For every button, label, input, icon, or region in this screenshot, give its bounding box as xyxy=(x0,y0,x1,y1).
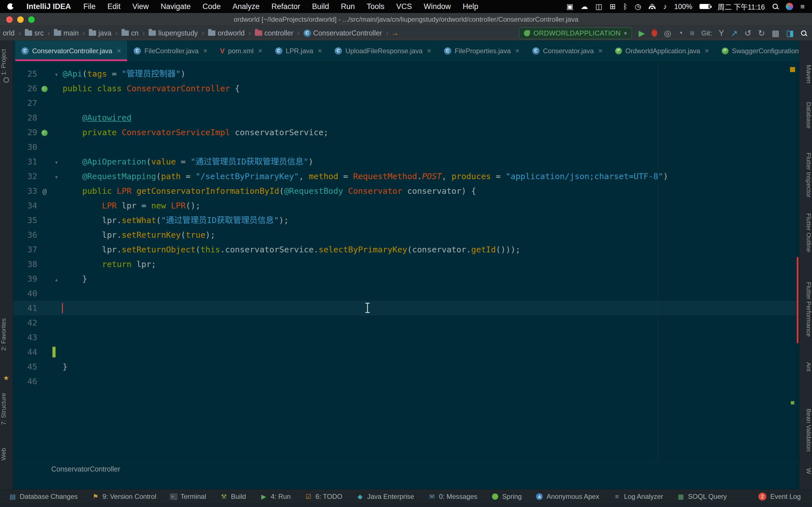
volume-icon[interactable]: ♪ xyxy=(663,2,667,11)
menu-item[interactable]: Run xyxy=(338,2,358,11)
code-line[interactable]: 29 private ConservatorServiceImpl conser… xyxy=(13,125,799,140)
tool-stripe-button[interactable]: Maven xyxy=(799,65,812,83)
stop-button[interactable]: ■ xyxy=(690,29,695,38)
app-menu[interactable]: IntelliJ IDEA xyxy=(23,2,74,11)
run-configuration-selector[interactable]: ORDWORLDAPPLICATION ▾ xyxy=(519,27,632,39)
code-line[interactable]: 43 xyxy=(13,330,799,345)
breadcrumb-item[interactable]: cn xyxy=(120,29,140,38)
code-line[interactable]: 25▾@Api(tags = "管理员控制器") xyxy=(13,66,799,81)
tool-stripe-button[interactable]: Database xyxy=(799,102,812,128)
code-line[interactable]: 33@ public LPR getConservatorInformation… xyxy=(13,184,799,198)
tool-window-button[interactable]: ⚒Build xyxy=(220,493,246,501)
menu-item[interactable]: File xyxy=(80,2,99,11)
tool-window-button[interactable]: ◆Java Enterprise xyxy=(356,493,414,501)
tool-stripe-button[interactable]: 7: Structure xyxy=(0,393,13,425)
code-line[interactable]: 32▾ @RequestMapping(path = "/selectByPri… xyxy=(13,169,799,184)
tool-window-button[interactable]: ⚑9: Version Control xyxy=(91,493,156,501)
editor-tab[interactable]: Vpom.xml× xyxy=(214,41,269,61)
code-line[interactable]: 31▾ @ApiOperation(value = "通过管理员ID获取管理员信… xyxy=(13,154,799,169)
fold-marker-icon[interactable]: ▾ xyxy=(54,159,58,166)
tool-window-button[interactable]: ▤Database Changes xyxy=(8,493,78,501)
grid-view-icon[interactable]: ▦ xyxy=(772,29,779,38)
search-everywhere-icon[interactable] xyxy=(801,30,807,36)
git-update-icon[interactable]: ↻ xyxy=(758,29,765,38)
menu-item[interactable]: Refactor xyxy=(268,2,304,11)
error-stripe-mark[interactable] xyxy=(797,257,799,343)
code-line[interactable]: 39▴ } xyxy=(13,272,799,286)
time-machine-icon[interactable]: ◷ xyxy=(635,2,642,11)
tool-stripe-button[interactable]: Web xyxy=(0,448,13,460)
code-line[interactable]: 45} xyxy=(13,359,799,374)
fold-marker-icon[interactable]: ▾ xyxy=(54,173,58,180)
tab-close-icon[interactable]: × xyxy=(705,47,709,55)
editor-tab[interactable]: CLPR.java× xyxy=(269,41,329,61)
editor-tab[interactable]: SwaggerConfiguration.java× xyxy=(716,41,812,61)
breadcrumb-item[interactable]: main xyxy=(53,29,80,38)
notification-center-icon[interactable]: ≡ xyxy=(801,2,805,11)
git-push-icon[interactable]: ↗ xyxy=(731,29,738,38)
run-button[interactable]: ▶ xyxy=(639,29,645,38)
tab-close-icon[interactable]: × xyxy=(258,47,262,55)
code-line[interactable]: 35 lpr.setWhat("通过管理员ID获取管理员信息"); xyxy=(13,213,799,228)
code-line[interactable]: 44 xyxy=(13,345,799,359)
code-line[interactable]: 41 xyxy=(13,301,799,316)
code-line[interactable]: 46 xyxy=(13,374,799,389)
breadcrumb-item[interactable]: controller xyxy=(254,29,295,38)
breadcrumb-item[interactable]: ordworld xyxy=(207,29,246,38)
close-window-button[interactable] xyxy=(6,16,13,23)
editor-tab[interactable]: CUploadFileResponse.java× xyxy=(328,41,438,61)
debug-button[interactable] xyxy=(652,30,657,37)
profiler-button[interactable]: ◔ xyxy=(678,29,683,38)
git-history-icon[interactable]: ↺ xyxy=(745,29,751,38)
tab-close-icon[interactable]: × xyxy=(318,47,322,55)
change-stripe-mark[interactable] xyxy=(791,401,794,404)
cloud-icon[interactable]: ☁ xyxy=(581,2,588,11)
git-branches-icon[interactable]: Y xyxy=(719,29,724,38)
structure-popup-icon[interactable]: ◨ xyxy=(786,29,794,38)
menu-item[interactable]: Code xyxy=(199,2,224,11)
breadcrumb-item[interactable]: orld xyxy=(2,29,16,38)
tool-window-button[interactable]: ▦SOQL Query xyxy=(677,493,727,501)
wifi-icon[interactable] xyxy=(649,4,656,9)
tool-stripe-button[interactable]: W xyxy=(799,468,812,474)
menu-item[interactable]: View xyxy=(129,2,152,11)
event-log-button[interactable]: 2 Event Log xyxy=(758,493,801,501)
tool-stripe-button[interactable]: Flutter Inspector xyxy=(799,153,812,198)
spring-bean-icon[interactable] xyxy=(42,130,48,136)
menu-item[interactable]: Analyze xyxy=(229,2,263,11)
code-line[interactable]: 26public class ConservatorController { xyxy=(13,81,799,96)
favorites-star-icon[interactable]: ★ xyxy=(3,374,9,382)
breadcrumb-item[interactable]: CConservatorController xyxy=(303,29,384,38)
tab-close-icon[interactable]: × xyxy=(427,47,432,55)
tool-window-button[interactable]: >_Terminal xyxy=(170,493,206,501)
menu-item[interactable]: Edit xyxy=(104,2,124,11)
tab-close-icon[interactable]: × xyxy=(117,47,121,55)
code-line[interactable]: 42 xyxy=(13,316,799,330)
project-tool-icon[interactable] xyxy=(3,77,9,83)
inspection-status-indicator[interactable] xyxy=(790,67,795,72)
apple-menu-icon[interactable] xyxy=(7,3,13,10)
breadcrumb-item[interactable]: java xyxy=(88,29,112,38)
breadcrumb-item[interactable]: src xyxy=(24,29,45,38)
display-icon[interactable]: ▣ xyxy=(566,2,573,11)
tool-window-button[interactable]: ≡Log Analyzer xyxy=(613,493,663,501)
tool-window-button[interactable]: ☑6: TODO xyxy=(304,493,342,501)
menu-item[interactable]: Navigate xyxy=(157,2,194,11)
code-line[interactable]: 37 lpr.setReturnObject(this.conservatorS… xyxy=(13,242,799,257)
code-line[interactable]: 38 return lpr; xyxy=(13,257,799,272)
code-line[interactable]: 36 lpr.setReturnKey(true); xyxy=(13,228,799,242)
editor-tab[interactable]: CFileController.java× xyxy=(128,41,214,61)
menubar-clock[interactable]: 周二 下午11:16 xyxy=(718,1,765,11)
hotswap-arrow-icon[interactable]: → xyxy=(391,29,399,38)
code-line[interactable]: 30 xyxy=(13,140,799,154)
tool-window-button[interactable]: Spring xyxy=(491,493,522,501)
coverage-button[interactable]: ◎ xyxy=(664,29,671,38)
menu-item[interactable]: VCS xyxy=(393,2,415,11)
fold-end-icon[interactable]: ▴ xyxy=(54,276,58,283)
tool-stripe-button[interactable]: Flutter Performance xyxy=(799,282,812,337)
menu-item[interactable]: Tools xyxy=(363,2,388,11)
code-line[interactable]: 34 LPR lpr = new LPR(); xyxy=(13,198,799,213)
editor-tab[interactable]: OrdworldApplication.java× xyxy=(609,41,716,61)
battery-icon[interactable] xyxy=(700,4,710,9)
request-mapping-icon[interactable]: @ xyxy=(42,187,47,195)
